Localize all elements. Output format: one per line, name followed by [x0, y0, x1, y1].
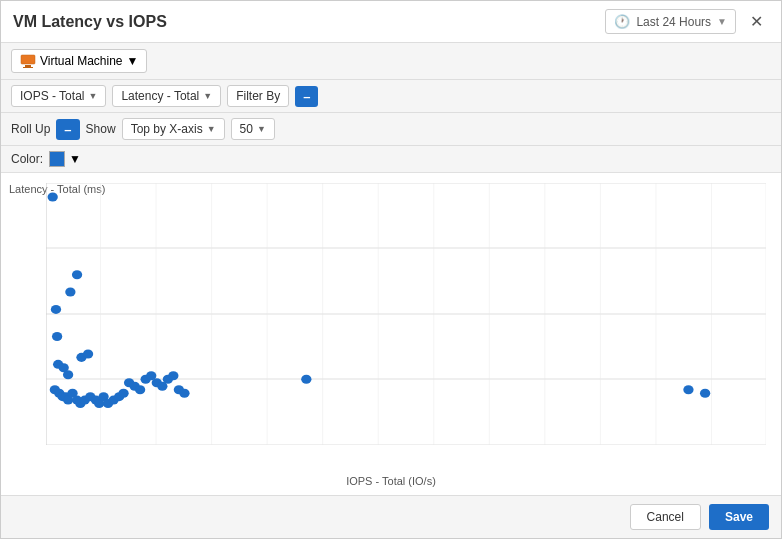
iops-chevron-icon: ▼ — [88, 91, 97, 101]
data-point — [168, 371, 178, 380]
cancel-button[interactable]: Cancel — [630, 504, 701, 530]
dialog-title: VM Latency vs IOPS — [13, 13, 167, 31]
data-point — [52, 332, 62, 341]
filter-by-label: Filter By — [236, 89, 280, 103]
chevron-down-icon: ▼ — [717, 16, 727, 27]
data-point — [65, 288, 75, 297]
color-row: Color: ▼ — [1, 146, 781, 173]
svg-rect-1 — [25, 65, 31, 67]
dialog-header: VM Latency vs IOPS 🕐 Last 24 Hours ▼ ✕ — [1, 1, 781, 43]
rollup-label: Roll Up — [11, 122, 50, 136]
color-chevron-icon: ▼ — [69, 152, 81, 166]
data-point — [700, 389, 710, 398]
vm-label: Virtual Machine — [40, 54, 123, 68]
data-point — [683, 385, 693, 394]
top-by-label: Top by X-axis — [131, 122, 203, 136]
data-point — [72, 270, 82, 279]
data-point — [83, 350, 93, 359]
scatter-chart: 7.5 5 2.5 0 0 500 1000 1500 2000 2500 30… — [46, 183, 766, 445]
show-label: Show — [86, 122, 116, 136]
latency-dropdown[interactable]: Latency - Total ▼ — [112, 85, 221, 107]
clock-icon: 🕐 — [614, 14, 630, 29]
virtual-machine-badge[interactable]: Virtual Machine ▼ — [11, 49, 147, 73]
latency-label: Latency - Total — [121, 89, 199, 103]
main-dialog: VM Latency vs IOPS 🕐 Last 24 Hours ▼ ✕ V… — [0, 0, 782, 539]
controls-row: IOPS - Total ▼ Latency - Total ▼ Filter … — [1, 80, 781, 113]
data-point — [63, 370, 73, 379]
data-point — [301, 375, 311, 384]
rollup-action-button[interactable]: – — [56, 119, 79, 140]
vm-toolbar-row: Virtual Machine ▼ — [1, 43, 781, 80]
vm-icon — [20, 53, 36, 69]
data-point — [135, 385, 145, 394]
data-point — [48, 192, 58, 201]
filter-by-dropdown[interactable]: Filter By — [227, 85, 289, 107]
color-swatch[interactable]: ▼ — [49, 151, 81, 167]
count-label: 50 — [240, 122, 253, 136]
data-point — [118, 389, 128, 398]
count-dropdown[interactable]: 50 ▼ — [231, 118, 275, 140]
dialog-footer: Cancel Save — [1, 495, 781, 538]
svg-rect-2 — [23, 67, 33, 68]
close-button[interactable]: ✕ — [744, 10, 769, 33]
vm-chevron-icon: ▼ — [127, 54, 139, 68]
data-point — [51, 305, 61, 314]
top-by-chevron-icon: ▼ — [207, 124, 216, 134]
data-point — [179, 389, 189, 398]
time-range-selector[interactable]: 🕐 Last 24 Hours ▼ — [605, 9, 736, 34]
color-swatch-box[interactable] — [49, 151, 65, 167]
time-range-label: Last 24 Hours — [636, 15, 711, 29]
iops-label: IOPS - Total — [20, 89, 84, 103]
x-axis-label: IOPS - Total (IO/s) — [346, 475, 436, 487]
color-label: Color: — [11, 152, 43, 166]
save-button[interactable]: Save — [709, 504, 769, 530]
header-right: 🕐 Last 24 Hours ▼ ✕ — [605, 9, 769, 34]
rollup-row: Roll Up – Show Top by X-axis ▼ 50 ▼ — [1, 113, 781, 146]
top-by-dropdown[interactable]: Top by X-axis ▼ — [122, 118, 225, 140]
svg-rect-0 — [21, 55, 35, 64]
chart-area: Latency - Total (ms) — [1, 173, 781, 495]
iops-dropdown[interactable]: IOPS - Total ▼ — [11, 85, 106, 107]
filter-remove-button[interactable]: – — [295, 86, 318, 107]
chart-container: 7.5 5 2.5 0 0 500 1000 1500 2000 2500 30… — [46, 183, 766, 445]
count-chevron-icon: ▼ — [257, 124, 266, 134]
latency-chevron-icon: ▼ — [203, 91, 212, 101]
